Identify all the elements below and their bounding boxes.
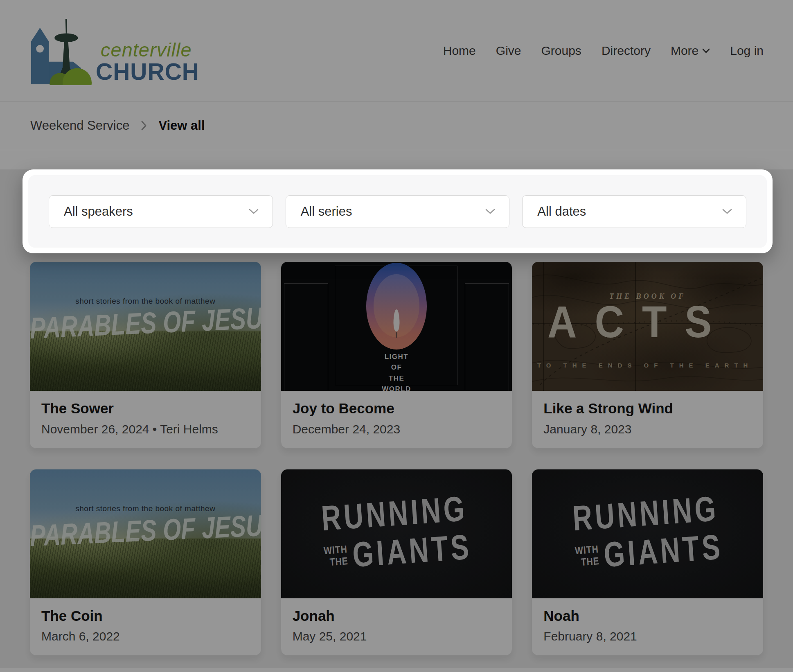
sermon-title: Like a Strong Wind [543, 401, 752, 417]
artwork-word: WITH [323, 543, 348, 557]
nav-more-label: More [671, 44, 698, 58]
speakers-filter-select[interactable]: All speakers [49, 195, 273, 228]
sermon-title: The Sower [41, 401, 250, 417]
artwork-title: RUNNING WITH THE GIANTS [320, 494, 472, 570]
dates-filter-value: All dates [537, 204, 586, 219]
artwork-title-line: LIGHT [281, 352, 512, 362]
card-body: Like a Strong Wind January 8, 2023 [532, 391, 763, 448]
site-header: centerville CHURCH Home Give Groups Dire… [0, 0, 793, 101]
logo-caps-text: CHURCH [96, 60, 199, 83]
page: centerville CHURCH Home Give Groups Dire… [0, 0, 793, 672]
chevron-down-icon [722, 209, 732, 214]
sermon-artwork-acts: THE BOOK OF ACTS TO THE ENDS OF THE EART… [532, 262, 763, 391]
artwork-title-small: WITH THE [323, 543, 349, 568]
logo-script-text: centerville [101, 40, 199, 59]
nav-give[interactable]: Give [496, 44, 521, 58]
artwork-title-line: THE [281, 373, 512, 384]
nav-login[interactable]: Log in [730, 44, 764, 58]
church-logo-icon [28, 16, 92, 85]
church-logo-wordmark: centerville CHURCH [96, 40, 199, 85]
sermon-artwork-light-of-the-world: LIGHT OF THE WORLD [281, 262, 512, 391]
breadcrumb-parent[interactable]: Weekend Service [30, 118, 129, 133]
artwork-title: LIGHT OF THE WORLD [281, 352, 512, 391]
sermon-card[interactable]: RUNNING WITH THE GIANTS Noah February 8,… [532, 469, 764, 656]
chevron-down-icon [485, 209, 495, 214]
artwork-title-line: WORLD [281, 384, 512, 391]
sermon-meta: January 8, 2023 [543, 422, 752, 437]
sermon-card[interactable]: RUNNING WITH THE GIANTS Jonah May 25, 20… [281, 469, 513, 656]
artwork-word-large: GIANTS [602, 529, 724, 572]
artwork-word: THE [329, 555, 349, 568]
chevron-down-icon [249, 209, 259, 214]
artwork-word-large: GIANTS [351, 529, 473, 572]
sermon-card[interactable]: THE BOOK OF ACTS TO THE ENDS OF THE EART… [532, 262, 764, 449]
sermon-grid: short stories from the book of matthew P… [29, 262, 764, 656]
artwork-title: PARABLES OF JESUS [30, 300, 261, 345]
main-nav: Home Give Groups Directory More Log in [443, 44, 764, 58]
artwork-word: THE [580, 555, 599, 568]
filter-inner: All speakers All series All dates [28, 175, 767, 248]
card-body: Jonah May 25, 2021 [281, 598, 512, 656]
dates-filter-select[interactable]: All dates [522, 195, 746, 228]
artwork-title: PARABLES OF JESUS [30, 508, 261, 553]
nav-home[interactable]: Home [443, 44, 476, 58]
sermon-meta: February 8, 2021 [543, 629, 752, 644]
series-filter-value: All series [301, 204, 352, 219]
artwork-subtitle: TO THE ENDS OF THE EARTH [532, 362, 761, 369]
speakers-filter-value: All speakers [64, 204, 133, 219]
chevron-right-icon [140, 120, 147, 131]
sermon-title: Jonah [293, 608, 501, 624]
sermon-meta: November 26, 2024 • Teri Helms [41, 422, 250, 437]
sermon-artwork-parables: short stories from the book of matthew P… [30, 262, 261, 391]
breadcrumb: Weekend Service View all [0, 101, 793, 150]
candle-wick [396, 332, 397, 338]
sermon-card[interactable]: short stories from the book of matthew P… [29, 262, 261, 449]
series-filter-select[interactable]: All series [286, 195, 510, 228]
artwork-title: RUNNING WITH THE GIANTS [572, 494, 723, 570]
chevron-down-icon [702, 48, 710, 53]
sermon-meta: December 24, 2023 [293, 422, 501, 437]
nav-more[interactable]: More [671, 44, 710, 58]
card-body: The Sower November 26, 2024 • Teri Helms [30, 391, 261, 448]
sermon-artwork-running-with-the-giants: RUNNING WITH THE GIANTS [281, 469, 512, 598]
sermon-title: Joy to Become [293, 401, 501, 417]
main-content: All speakers All series All dates [0, 169, 793, 668]
artwork-word: WITH [574, 543, 599, 557]
card-body: The Coin March 6, 2022 [30, 598, 261, 656]
sermon-title: Noah [543, 608, 752, 624]
sermon-meta: May 25, 2021 [293, 629, 501, 644]
church-logo[interactable]: centerville CHURCH [28, 16, 199, 85]
artwork-title: ACTS [532, 295, 754, 349]
filter-panel: All speakers All series All dates [23, 169, 773, 253]
sermon-artwork-parables: short stories from the book of matthew P… [30, 469, 261, 598]
nav-groups[interactable]: Groups [541, 44, 581, 58]
artwork-title-small: WITH THE [574, 543, 600, 568]
sermon-artwork-running-with-the-giants: RUNNING WITH THE GIANTS [532, 469, 763, 598]
sermon-card[interactable]: LIGHT OF THE WORLD Joy to Become Decembe… [281, 262, 513, 449]
artwork-title-line: WITH THE GIANTS [323, 533, 473, 570]
nav-directory[interactable]: Directory [602, 44, 651, 58]
sermon-meta: March 6, 2022 [41, 629, 250, 644]
card-body: Noah February 8, 2021 [532, 598, 763, 656]
sermon-title: The Coin [41, 608, 250, 624]
artwork-title-line: WITH THE GIANTS [574, 533, 724, 570]
footer-strip [0, 668, 793, 672]
card-body: Joy to Become December 24, 2023 [281, 391, 512, 448]
sermon-card[interactable]: short stories from the book of matthew P… [29, 469, 261, 656]
artwork-title-line: OF [281, 362, 512, 373]
breadcrumb-current: View all [158, 118, 205, 133]
